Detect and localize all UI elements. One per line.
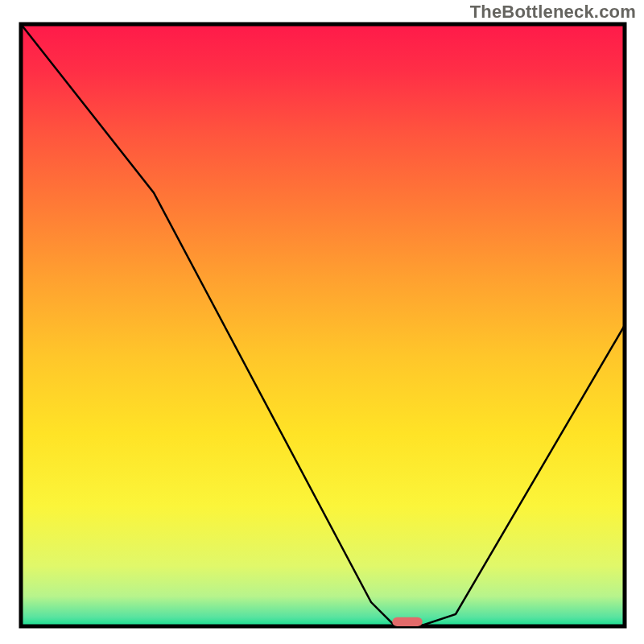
watermark-text: TheBottleneck.com (470, 2, 636, 23)
optimal-marker (392, 617, 423, 626)
chart-container: TheBottleneck.com (0, 0, 644, 644)
plot-background (21, 24, 625, 626)
bottleneck-chart (0, 0, 644, 644)
